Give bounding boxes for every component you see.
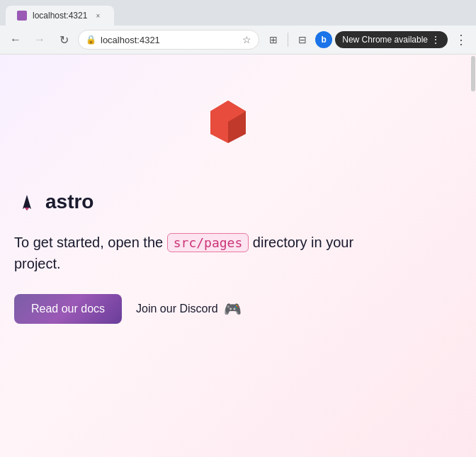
- address-bar[interactable]: 🔒 localhost:4321 ☆: [78, 30, 259, 50]
- astro-logo-icon: [14, 189, 40, 215]
- lock-icon: 🔒: [86, 35, 96, 45]
- browser-chrome: localhost:4321 × ← → ↻ 🔒 localhost:4321 …: [0, 0, 476, 55]
- extensions-button[interactable]: ⊞: [264, 30, 283, 50]
- discord-link-label: Join our Discord: [136, 303, 218, 315]
- tab-bar: localhost:4321 ×: [0, 0, 476, 26]
- discord-icon: 🎮: [224, 300, 242, 317]
- tab-favicon: [17, 11, 27, 21]
- scrollbar-thumb[interactable]: [471, 56, 475, 91]
- extension-icons: ⊞ ⊟ b New Chrome available ⋮ ⋮: [264, 30, 470, 50]
- active-tab[interactable]: localhost:4321 ×: [6, 6, 114, 26]
- tab-close-button[interactable]: ×: [93, 11, 103, 21]
- astro-logo: astro: [14, 189, 462, 215]
- scrollbar-track[interactable]: [470, 55, 476, 457]
- action-buttons: Read our docs Join our Discord 🎮: [14, 294, 462, 324]
- tab-label: localhost:4321: [33, 11, 87, 21]
- address-text: localhost:4321: [101, 35, 238, 45]
- divider: [288, 33, 288, 47]
- cube-decoration: [209, 97, 248, 143]
- chrome-available-label: New Chrome available: [342, 35, 428, 45]
- intro-text-part1: To get started, open the: [14, 235, 163, 250]
- code-snippet: src/pages: [167, 233, 249, 252]
- read-docs-button[interactable]: Read our docs: [14, 294, 122, 324]
- page-content: astro To get started, open the src/pages…: [0, 55, 476, 457]
- menu-button[interactable]: ⋮: [450, 30, 470, 50]
- chrome-update-button[interactable]: New Chrome available ⋮: [335, 31, 448, 48]
- back-button[interactable]: ←: [6, 30, 26, 50]
- refresh-button[interactable]: ↻: [54, 30, 74, 50]
- chrome-available-dots: ⋮: [431, 34, 441, 45]
- profile-button[interactable]: b: [315, 31, 332, 48]
- bookmark-icon[interactable]: ☆: [242, 34, 251, 45]
- astro-brand-name: astro: [45, 191, 94, 213]
- intro-paragraph: To get started, open the src/pages direc…: [14, 232, 368, 274]
- forward-button[interactable]: →: [30, 30, 50, 50]
- nav-bar: ← → ↻ 🔒 localhost:4321 ☆ ⊞ ⊟ b New Chrom…: [0, 26, 476, 54]
- discord-link[interactable]: Join our Discord 🎮: [136, 300, 242, 317]
- cast-button[interactable]: ⊟: [293, 30, 312, 50]
